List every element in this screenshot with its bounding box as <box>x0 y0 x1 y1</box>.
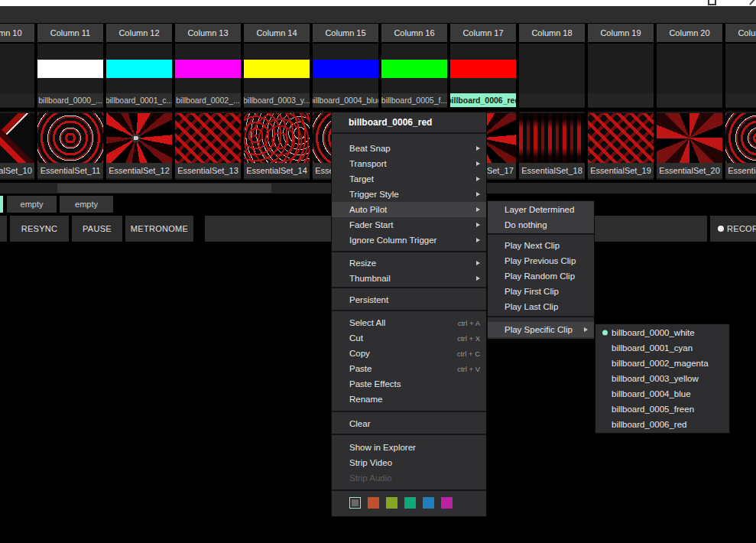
clip-cell[interactable]: billboard_0001_c... <box>106 44 172 108</box>
menu-item-play-first-clip[interactable]: Play First Clip <box>488 284 594 299</box>
menu-item-rename[interactable]: Rename <box>332 392 486 407</box>
column-header-16[interactable]: Column 16 <box>381 24 447 42</box>
color-swatch-blue[interactable] <box>423 497 434 509</box>
color-swatch-magenta[interactable] <box>441 497 453 509</box>
menu-item-resize[interactable]: Resize <box>332 255 486 271</box>
column-header-13[interactable]: Column 13 <box>175 24 241 42</box>
media-name-label: EssentialSet_14 <box>244 163 310 178</box>
column-header-11[interactable]: Column 11 <box>37 24 103 42</box>
clip-cell[interactable] <box>519 44 585 108</box>
color-swatch-green[interactable] <box>386 497 397 509</box>
column-header-15[interactable]: Column 15 <box>313 24 378 42</box>
clip-cell[interactable] <box>0 44 34 108</box>
menu-item-play-next-clip[interactable]: Play Next Clip <box>488 238 594 253</box>
clip-cell[interactable] <box>657 44 722 108</box>
window-icon <box>708 0 716 5</box>
clip-cell[interactable] <box>588 44 654 108</box>
color-swatch-orange[interactable] <box>368 497 379 509</box>
menu-item-select-all[interactable]: Select Allctrl + A <box>332 315 486 330</box>
media-clip-cell[interactable]: EssentialSet_14 <box>244 112 310 180</box>
column-header-10[interactable]: Column 10 <box>0 24 34 42</box>
column-header-19[interactable]: Column 19 <box>588 24 654 42</box>
menu-item-auto-pilot[interactable]: Auto Pilot <box>332 202 486 217</box>
column-header-20[interactable]: Column 20 <box>657 24 722 42</box>
menu-item-billboard-0001-cyan[interactable]: billboard_0001_cyan <box>595 340 729 356</box>
media-name-label: EssentialSet_13 <box>175 163 241 178</box>
submenu-group-play: Play Next Clip Play Previous Clip Play R… <box>488 235 594 316</box>
menu-item-billboard-0006-red[interactable]: billboard_0006_red <box>595 417 729 432</box>
menu-item-thumbnail[interactable]: Thumbnail <box>332 271 486 286</box>
pause-button[interactable]: PAUSE <box>72 216 122 242</box>
menu-item-billboard-0000-white[interactable]: billboard_0000_white <box>595 325 729 340</box>
clip-cell[interactable]: billboard_0003_y... <box>244 44 310 108</box>
menu-item-beat-snap[interactable]: Beat Snap <box>332 141 486 156</box>
menu-item-strip-video[interactable]: Strip Video <box>332 455 486 470</box>
submenu-arrow-icon <box>476 177 480 181</box>
media-clip-cell[interactable]: EssentialSet_12 <box>106 112 172 180</box>
menu-item-billboard-0002-magenta[interactable]: billboard_0002_magenta <box>595 356 729 371</box>
menu-item-billboard-0005-freen[interactable]: billboard_0005_freen <box>595 402 729 417</box>
menu-item-label: Resize <box>349 258 376 268</box>
menu-item-trigger-style[interactable]: Trigger Style <box>332 187 486 202</box>
clip-cell-selected[interactable]: billboard_0006_red <box>450 44 516 108</box>
menu-item-label: Persistent <box>349 295 388 304</box>
column-header-17[interactable]: Column 17 <box>450 24 516 42</box>
play-specific-clip-submenu: billboard_0000_white billboard_0001_cyan… <box>595 324 730 434</box>
menu-item-label: billboard_0003_yellow <box>612 374 699 383</box>
menu-item-transport[interactable]: Transport <box>332 156 486 171</box>
menu-item-play-last-clip[interactable]: Play Last Clip <box>488 299 594 314</box>
menu-item-label: Fader Start <box>349 220 394 229</box>
metronome-button[interactable]: METRONOME <box>125 216 193 242</box>
menu-item-layer-determined[interactable]: Layer Determined <box>488 202 594 217</box>
resync-button[interactable]: RESYNC <box>10 216 69 242</box>
clip-thumbnail <box>0 113 34 163</box>
clip-row: billboard_0000_... billboard_0001_c... b… <box>0 44 756 108</box>
media-clip-cell[interactable]: EssentialSet_11 <box>37 112 103 180</box>
media-clip-cell[interactable]: EssentialSet_18 <box>519 112 585 180</box>
clip-cell[interactable]: billboard_0004_blue <box>313 44 378 108</box>
menu-item-target[interactable]: Target <box>332 171 486 187</box>
menu-item-copy[interactable]: Copyctrl + C <box>332 346 486 361</box>
record-button[interactable]: RECORD <box>710 216 756 242</box>
selected-clip-dot-icon <box>602 330 608 336</box>
menu-item-paste-effects[interactable]: Paste Effects <box>332 376 486 392</box>
submenu-arrow-icon <box>476 192 480 197</box>
menu-item-label: Rename <box>349 395 382 404</box>
column-header-14[interactable]: Column 14 <box>244 24 310 42</box>
clip-name-label: billboard_0004_blue <box>313 93 378 107</box>
menu-item-ignore-column-trigger[interactable]: Ignore Column Trigger <box>332 232 486 248</box>
clip-color-bar <box>175 60 241 78</box>
layer-slot-empty-1[interactable]: empty <box>7 196 57 213</box>
menu-item-fader-start[interactable]: Fader Start <box>332 217 486 232</box>
clip-cell[interactable]: billboard_0005_f... <box>381 44 447 108</box>
menu-item-do-nothing[interactable]: Do nothing <box>488 217 594 232</box>
column-header-18[interactable]: Column 18 <box>519 24 585 42</box>
clip-cell[interactable]: billboard_0002_... <box>175 44 241 108</box>
media-clip-cell[interactable]: EssentialSet_20 <box>657 112 722 180</box>
menu-item-billboard-0004-blue[interactable]: billboard_0004_blue <box>595 386 729 402</box>
media-clip-cell[interactable]: EssentialSet_13 <box>175 112 241 180</box>
column-header-12[interactable]: Column 12 <box>106 24 172 42</box>
color-swatch-gray-selected[interactable] <box>349 497 361 509</box>
media-clip-cell[interactable]: EssentialSet_21 <box>725 112 756 180</box>
column-header-21[interactable]: Column 21 <box>725 24 756 42</box>
media-clip-cell[interactable]: EssentialSet_10 <box>0 112 34 180</box>
media-clip-cell[interactable]: EssentialSet_19 <box>588 112 654 180</box>
menu-item-play-random-clip[interactable]: Play Random Clip <box>488 268 594 284</box>
media-name-label: EssentialSet_20 <box>657 163 722 178</box>
layer-slot-empty-2[interactable]: empty <box>60 196 113 213</box>
menu-item-play-specific-clip[interactable]: Play Specific Clip <box>488 322 594 337</box>
clip-thumbnail <box>588 113 654 163</box>
menu-item-play-previous-clip[interactable]: Play Previous Clip <box>488 253 594 268</box>
menu-item-cut[interactable]: Cutctrl + X <box>332 330 486 346</box>
menu-item-show-in-explorer[interactable]: Show in Explorer <box>332 440 486 455</box>
menu-item-clear[interactable]: Clear <box>332 416 486 431</box>
menu-item-billboard-0003-yellow[interactable]: billboard_0003_yellow <box>595 371 729 386</box>
scrollbar-thumb[interactable] <box>57 184 271 193</box>
menu-item-paste[interactable]: Pastectrl + V <box>332 361 486 376</box>
menu-item-persistent[interactable]: Persistent <box>332 292 486 307</box>
clip-cell[interactable] <box>725 44 756 108</box>
clip-cell[interactable]: billboard_0000_... <box>37 44 103 108</box>
menu-item-label: Play Specific Clip <box>505 325 573 334</box>
color-swatch-teal[interactable] <box>404 497 416 509</box>
